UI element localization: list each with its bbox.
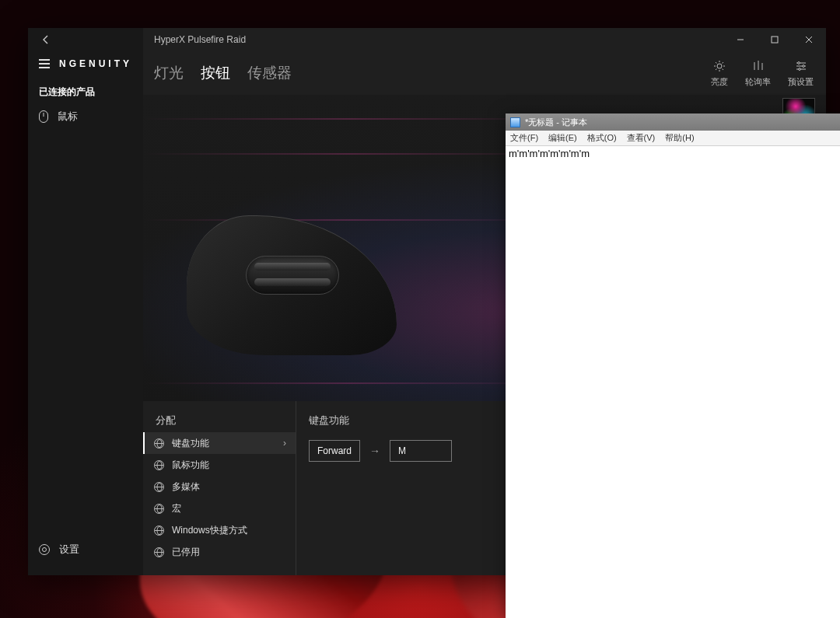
- menu-file[interactable]: 文件(F): [510, 132, 538, 144]
- assign-panel: 分配 键盘功能 › 鼠标功能 多媒体: [143, 401, 296, 575]
- sidebar-item-mouse[interactable]: 鼠标: [28, 103, 143, 130]
- tab-bar: 灯光 按钮 传感器: [154, 58, 292, 88]
- globe-icon: [154, 525, 164, 536]
- gear-icon: [39, 544, 50, 555]
- sidebar-item-settings[interactable]: 设置: [28, 536, 143, 563]
- brightness-action[interactable]: 亮度: [711, 59, 728, 88]
- polling-action[interactable]: 轮询率: [745, 59, 771, 88]
- assign-item-label: 鼠标功能: [172, 459, 209, 472]
- app-logo: NGENUITY: [59, 58, 132, 69]
- top-bar: 灯光 按钮 传感器 亮度 轮询率 预设置: [143, 51, 826, 95]
- svg-point-4: [798, 68, 800, 70]
- globe-icon: [154, 438, 164, 449]
- tab-buttons[interactable]: 按钮: [201, 58, 230, 88]
- assign-item-label: 键盘功能: [172, 437, 209, 450]
- menu-view[interactable]: 查看(V): [627, 132, 656, 144]
- svg-point-2: [797, 61, 800, 64]
- svg-point-3: [802, 65, 804, 67]
- assign-item-keyboard[interactable]: 键盘功能 ›: [143, 432, 296, 454]
- close-button[interactable]: [792, 28, 826, 51]
- notepad-content: m'm'm'm'm'm'm'm: [509, 148, 590, 159]
- assign-item-label: Windows快捷方式: [172, 524, 247, 537]
- minimize-button[interactable]: [723, 28, 758, 51]
- notepad-titlebar[interactable]: *无标题 - 记事本: [506, 113, 840, 131]
- menu-help[interactable]: 帮助(H): [665, 132, 694, 144]
- source-button-box[interactable]: Forward: [309, 440, 360, 462]
- chevron-right-icon: ›: [283, 438, 286, 449]
- watermark-text: 什么值得买: [772, 590, 826, 604]
- brightness-icon: [712, 59, 726, 73]
- globe-icon: [154, 547, 164, 557]
- window-controls: [723, 28, 826, 51]
- sidebar-item-label: 鼠标: [58, 110, 78, 124]
- presets-icon: [794, 59, 808, 73]
- notepad-icon: [510, 117, 520, 127]
- notepad-title-text: *无标题 - 记事本: [525, 117, 587, 128]
- tab-lighting[interactable]: 灯光: [154, 58, 184, 88]
- sidebar: NGENUITY 已连接的产品 鼠标 设置: [28, 28, 143, 575]
- presets-label: 预设置: [788, 76, 814, 88]
- globe-icon: [154, 482, 164, 492]
- presets-action[interactable]: 预设置: [788, 59, 814, 88]
- polling-label: 轮询率: [745, 76, 771, 88]
- back-button[interactable]: [28, 28, 143, 51]
- notepad-textarea[interactable]: m'm'm'm'm'm'm'm: [506, 146, 840, 618]
- sidebar-item-label: 设置: [59, 543, 79, 557]
- assign-item-macro[interactable]: 宏: [143, 498, 296, 519]
- menu-format[interactable]: 格式(O): [587, 132, 617, 144]
- assign-item-label: 多媒体: [172, 480, 200, 494]
- mapped-key-input[interactable]: M: [390, 440, 452, 462]
- svg-point-1: [717, 64, 722, 68]
- notepad-menubar: 文件(F) 编辑(E) 格式(O) 查看(V) 帮助(H): [506, 131, 840, 146]
- svg-rect-0: [772, 37, 778, 43]
- sidebar-header: NGENUITY: [28, 51, 143, 75]
- brightness-label: 亮度: [711, 76, 728, 88]
- notepad-window: *无标题 - 记事本 文件(F) 编辑(E) 格式(O) 查看(V) 帮助(H)…: [506, 113, 840, 618]
- polling-icon: [751, 59, 765, 73]
- connected-products-title: 已连接的产品: [28, 75, 143, 103]
- maximize-button[interactable]: [758, 28, 792, 51]
- watermark: 值 什么值得买: [747, 587, 826, 607]
- hamburger-icon[interactable]: [39, 59, 50, 68]
- assign-panel-title: 分配: [143, 401, 296, 432]
- source-button-label: Forward: [317, 445, 352, 456]
- assign-item-label: 已停用: [172, 546, 200, 559]
- arrow-left-icon: [40, 34, 51, 45]
- assign-list: 键盘功能 › 鼠标功能 多媒体 宏: [143, 432, 296, 563]
- assign-item-label: 宏: [172, 502, 181, 515]
- globe-icon: [154, 460, 164, 470]
- assign-item-winshortcut[interactable]: Windows快捷方式: [143, 519, 296, 541]
- mouse-side-view: [187, 215, 397, 355]
- window-titlebar: HyperX Pulsefire Raid: [143, 28, 826, 51]
- globe-icon: [154, 504, 164, 514]
- assign-item-mouse[interactable]: 鼠标功能: [143, 454, 296, 476]
- mouse-icon: [39, 110, 48, 123]
- mapped-key-value: M: [398, 445, 406, 456]
- menu-edit[interactable]: 编辑(E): [548, 132, 577, 144]
- assign-item-media[interactable]: 多媒体: [143, 476, 296, 498]
- arrow-right-icon: →: [369, 445, 380, 457]
- tab-sensor[interactable]: 传感器: [247, 58, 292, 88]
- watermark-icon: 值: [747, 587, 767, 607]
- assign-item-disable[interactable]: 已停用: [143, 541, 296, 563]
- top-actions: 亮度 轮询率 预设置: [711, 59, 814, 88]
- window-title: HyperX Pulsefire Raid: [154, 34, 246, 45]
